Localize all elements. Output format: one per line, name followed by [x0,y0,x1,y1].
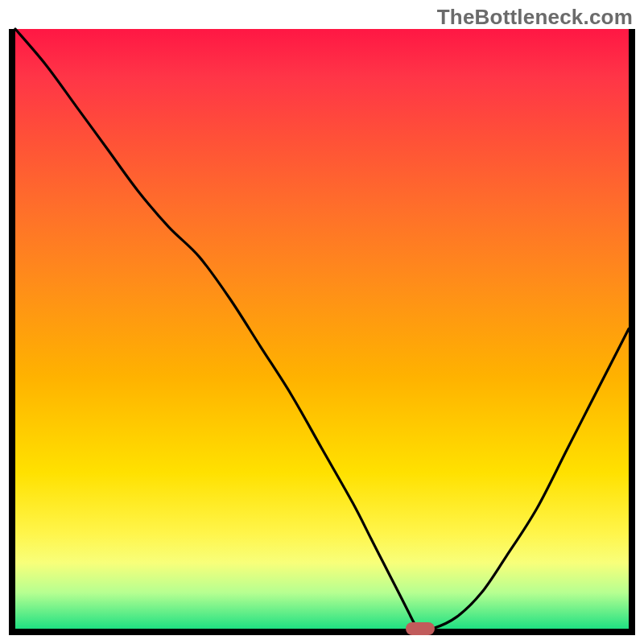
optimum-marker [406,622,435,635]
bottleneck-curve [15,29,629,630]
watermark-text: TheBottleneck.com [437,5,633,30]
chart-container: TheBottleneck.com [0,0,644,644]
plot-area [9,29,635,635]
curve-svg [15,29,629,629]
